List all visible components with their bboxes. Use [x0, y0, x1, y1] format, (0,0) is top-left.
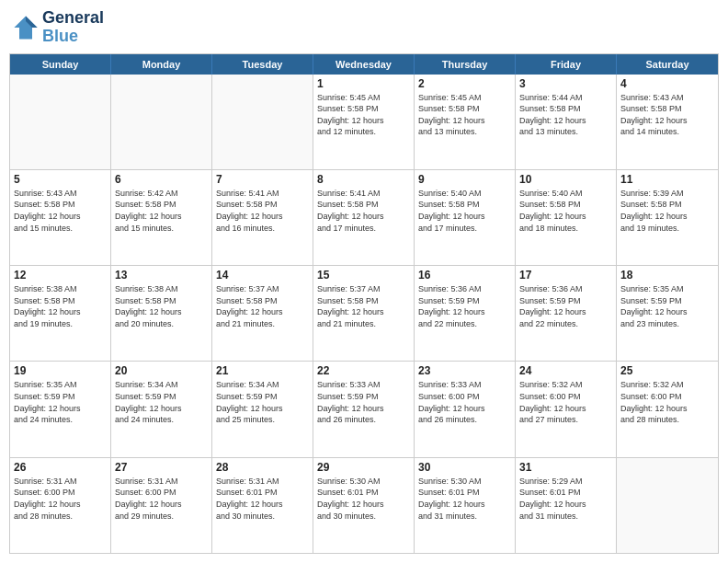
day-info: Sunrise: 5:31 AM Sunset: 6:00 PM Dayligh… [115, 476, 208, 522]
day-number: 24 [519, 364, 612, 377]
day-number: 14 [216, 269, 309, 282]
day-info: Sunrise: 5:31 AM Sunset: 6:00 PM Dayligh… [14, 476, 107, 522]
day-cell-16: 16Sunrise: 5:36 AM Sunset: 5:59 PM Dayli… [415, 266, 516, 361]
day-header-thursday: Thursday [415, 54, 516, 75]
day-number: 4 [620, 77, 714, 90]
day-header-wednesday: Wednesday [313, 54, 415, 75]
day-number: 30 [418, 461, 511, 474]
day-cell-23: 23Sunrise: 5:33 AM Sunset: 6:00 PM Dayli… [415, 362, 516, 456]
day-info: Sunrise: 5:44 AM Sunset: 5:58 PM Dayligh… [519, 92, 612, 138]
day-number: 1 [317, 77, 410, 90]
day-cell-5: 5Sunrise: 5:43 AM Sunset: 5:58 PM Daylig… [10, 170, 111, 265]
day-info: Sunrise: 5:30 AM Sunset: 6:01 PM Dayligh… [317, 476, 410, 522]
day-cell-18: 18Sunrise: 5:35 AM Sunset: 5:59 PM Dayli… [617, 266, 718, 361]
day-number: 12 [14, 269, 107, 282]
day-number: 21 [216, 364, 309, 377]
day-header-monday: Monday [111, 54, 212, 75]
logo: General Blue [13, 9, 104, 46]
day-cell-29: 29Sunrise: 5:30 AM Sunset: 6:01 PM Dayli… [313, 458, 415, 553]
day-info: Sunrise: 5:41 AM Sunset: 5:58 PM Dayligh… [317, 188, 410, 234]
empty-cell [10, 75, 111, 169]
day-info: Sunrise: 5:43 AM Sunset: 5:58 PM Dayligh… [14, 188, 107, 234]
day-number: 29 [317, 461, 410, 474]
day-info: Sunrise: 5:41 AM Sunset: 5:58 PM Dayligh… [216, 188, 309, 234]
day-number: 22 [317, 364, 410, 377]
day-number: 2 [418, 77, 511, 90]
day-number: 25 [620, 364, 714, 377]
day-cell-7: 7Sunrise: 5:41 AM Sunset: 5:58 PM Daylig… [212, 170, 313, 265]
day-number: 13 [115, 269, 208, 282]
day-cell-21: 21Sunrise: 5:34 AM Sunset: 5:59 PM Dayli… [212, 362, 313, 456]
day-header-sunday: Sunday [10, 54, 111, 75]
day-info: Sunrise: 5:34 AM Sunset: 5:59 PM Dayligh… [115, 379, 208, 425]
day-info: Sunrise: 5:32 AM Sunset: 6:00 PM Dayligh… [620, 379, 714, 425]
day-cell-3: 3Sunrise: 5:44 AM Sunset: 5:58 PM Daylig… [516, 75, 617, 169]
day-number: 3 [519, 77, 612, 90]
day-number: 16 [418, 269, 511, 282]
calendar-row-5: 26Sunrise: 5:31 AM Sunset: 6:00 PM Dayli… [10, 457, 718, 553]
day-info: Sunrise: 5:42 AM Sunset: 5:58 PM Dayligh… [115, 188, 208, 234]
day-info: Sunrise: 5:45 AM Sunset: 5:58 PM Dayligh… [317, 92, 410, 138]
day-cell-19: 19Sunrise: 5:35 AM Sunset: 5:59 PM Dayli… [10, 362, 111, 456]
day-number: 8 [317, 173, 410, 186]
day-number: 19 [14, 364, 107, 377]
day-number: 18 [620, 269, 714, 282]
day-number: 11 [620, 173, 714, 186]
day-info: Sunrise: 5:40 AM Sunset: 5:58 PM Dayligh… [519, 188, 612, 234]
day-number: 6 [115, 173, 208, 186]
page-container: General Blue SundayMondayTuesdayWednesda… [0, 0, 728, 563]
day-info: Sunrise: 5:45 AM Sunset: 5:58 PM Dayligh… [418, 92, 511, 138]
calendar-header: SundayMondayTuesdayWednesdayThursdayFrid… [10, 54, 718, 75]
day-header-saturday: Saturday [617, 54, 718, 75]
logo-icon [13, 15, 39, 40]
day-info: Sunrise: 5:29 AM Sunset: 6:01 PM Dayligh… [519, 476, 612, 522]
day-cell-27: 27Sunrise: 5:31 AM Sunset: 6:00 PM Dayli… [111, 458, 212, 553]
day-cell-22: 22Sunrise: 5:33 AM Sunset: 5:59 PM Dayli… [313, 362, 415, 456]
day-cell-31: 31Sunrise: 5:29 AM Sunset: 6:01 PM Dayli… [516, 458, 617, 553]
day-cell-24: 24Sunrise: 5:32 AM Sunset: 6:00 PM Dayli… [516, 362, 617, 456]
day-number: 9 [418, 173, 511, 186]
day-number: 10 [519, 173, 612, 186]
day-number: 31 [519, 461, 612, 474]
empty-cell [212, 75, 313, 169]
day-cell-30: 30Sunrise: 5:30 AM Sunset: 6:01 PM Dayli… [415, 458, 516, 553]
day-cell-25: 25Sunrise: 5:32 AM Sunset: 6:00 PM Dayli… [617, 362, 718, 456]
day-number: 15 [317, 269, 410, 282]
day-cell-12: 12Sunrise: 5:38 AM Sunset: 5:58 PM Dayli… [10, 266, 111, 361]
day-number: 5 [14, 173, 107, 186]
empty-cell [617, 458, 718, 553]
day-number: 23 [418, 364, 511, 377]
day-info: Sunrise: 5:31 AM Sunset: 6:01 PM Dayligh… [216, 476, 309, 522]
day-info: Sunrise: 5:34 AM Sunset: 5:59 PM Dayligh… [216, 379, 309, 425]
day-info: Sunrise: 5:40 AM Sunset: 5:58 PM Dayligh… [418, 188, 511, 234]
day-info: Sunrise: 5:38 AM Sunset: 5:58 PM Dayligh… [115, 283, 208, 329]
calendar-row-2: 5Sunrise: 5:43 AM Sunset: 5:58 PM Daylig… [10, 169, 718, 265]
day-info: Sunrise: 5:37 AM Sunset: 5:58 PM Dayligh… [216, 283, 309, 329]
day-info: Sunrise: 5:38 AM Sunset: 5:58 PM Dayligh… [14, 283, 107, 329]
day-info: Sunrise: 5:33 AM Sunset: 5:59 PM Dayligh… [317, 379, 410, 425]
calendar-row-4: 19Sunrise: 5:35 AM Sunset: 5:59 PM Dayli… [10, 361, 718, 456]
day-cell-4: 4Sunrise: 5:43 AM Sunset: 5:58 PM Daylig… [617, 75, 718, 169]
day-cell-8: 8Sunrise: 5:41 AM Sunset: 5:58 PM Daylig… [313, 170, 415, 265]
day-cell-28: 28Sunrise: 5:31 AM Sunset: 6:01 PM Dayli… [212, 458, 313, 553]
day-info: Sunrise: 5:35 AM Sunset: 5:59 PM Dayligh… [620, 283, 714, 329]
day-cell-6: 6Sunrise: 5:42 AM Sunset: 5:58 PM Daylig… [111, 170, 212, 265]
page-header: General Blue [9, 9, 719, 46]
day-cell-1: 1Sunrise: 5:45 AM Sunset: 5:58 PM Daylig… [313, 75, 415, 169]
day-cell-10: 10Sunrise: 5:40 AM Sunset: 5:58 PM Dayli… [516, 170, 617, 265]
day-number: 26 [14, 461, 107, 474]
day-number: 17 [519, 269, 612, 282]
empty-cell [111, 75, 212, 169]
day-info: Sunrise: 5:39 AM Sunset: 5:58 PM Dayligh… [620, 188, 714, 234]
day-header-friday: Friday [516, 54, 617, 75]
day-info: Sunrise: 5:36 AM Sunset: 5:59 PM Dayligh… [519, 283, 612, 329]
day-cell-9: 9Sunrise: 5:40 AM Sunset: 5:58 PM Daylig… [415, 170, 516, 265]
day-number: 7 [216, 173, 309, 186]
day-info: Sunrise: 5:37 AM Sunset: 5:58 PM Dayligh… [317, 283, 410, 329]
day-cell-2: 2Sunrise: 5:45 AM Sunset: 5:58 PM Daylig… [415, 75, 516, 169]
day-info: Sunrise: 5:32 AM Sunset: 6:00 PM Dayligh… [519, 379, 612, 425]
day-cell-15: 15Sunrise: 5:37 AM Sunset: 5:58 PM Dayli… [313, 266, 415, 361]
day-info: Sunrise: 5:43 AM Sunset: 5:58 PM Dayligh… [620, 92, 714, 138]
calendar: SundayMondayTuesdayWednesdayThursdayFrid… [9, 53, 719, 554]
logo-text: General Blue [42, 9, 104, 46]
